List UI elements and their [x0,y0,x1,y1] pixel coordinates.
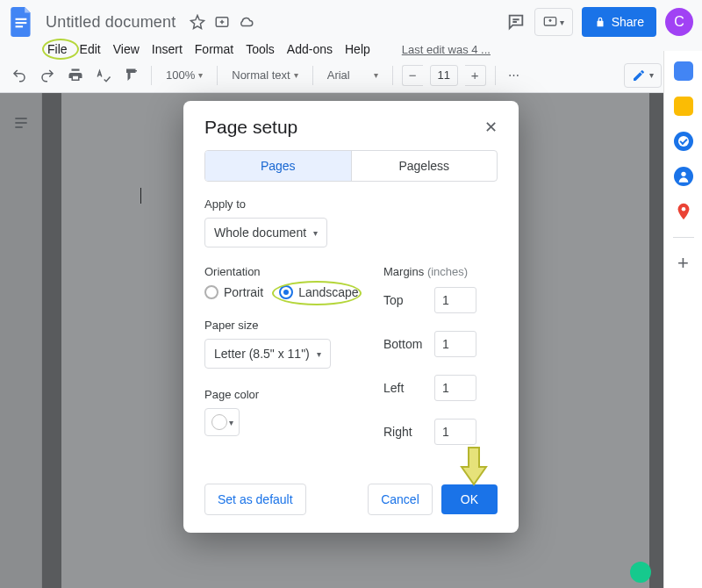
document-title[interactable]: Untitled document [42,13,176,32]
editing-mode-dropdown[interactable]: ▾ [624,63,662,88]
title-bar: Untitled document ▾ Share C [0,0,702,39]
contacts-addon-icon[interactable] [674,167,693,186]
paint-format-icon[interactable] [121,65,142,86]
ok-button[interactable]: OK [441,484,498,514]
last-edit-link[interactable]: Last edit was 4 ... [402,43,491,56]
tasks-addon-icon[interactable] [674,132,693,151]
close-icon[interactable]: ✕ [484,118,498,137]
separator [151,66,152,85]
svg-rect-1 [16,22,27,24]
style-value: Normal text [232,68,290,82]
paper-size-label: Paper size [204,319,366,332]
zoom-dropdown[interactable]: 100%▾ [161,68,208,82]
margin-bottom-label: Bottom [383,337,434,351]
style-dropdown[interactable]: Normal text▾ [226,68,303,82]
dialog-tabs: Pages Pageless [204,150,498,182]
svg-rect-0 [16,18,27,20]
apply-to-dropdown[interactable]: Whole document▾ [204,218,327,247]
tab-pages[interactable]: Pages [205,151,351,181]
redo-icon[interactable] [37,65,58,86]
get-addons-icon[interactable]: + [674,254,693,273]
print-icon[interactable] [65,65,86,86]
cancel-button[interactable]: Cancel [368,484,433,515]
radio-portrait-label: Portrait [224,285,263,299]
paper-size-value: Letter (8.5" x 11") [214,347,310,361]
menu-format[interactable]: Format [195,42,233,56]
maps-addon-icon[interactable] [674,202,693,221]
margin-top-label: Top [383,293,434,307]
radio-portrait[interactable]: Portrait [204,285,263,299]
orientation-label: Orientation [204,265,366,278]
separator [312,66,313,85]
cloud-status-icon[interactable] [239,14,254,30]
menu-bar: File Edit View Insert Format Tools Add-o… [0,39,702,58]
page-color-label: Page color [204,388,366,401]
calendar-addon-icon[interactable] [674,61,693,81]
color-swatch-icon [211,414,227,430]
font-value: Arial [327,68,350,82]
margin-left-label: Left [383,381,434,395]
move-icon[interactable] [214,14,230,30]
sidepanel-separator [673,237,694,238]
undo-icon[interactable] [9,65,30,86]
account-avatar[interactable]: C [665,8,693,36]
menu-insert[interactable]: Insert [152,42,183,56]
svg-point-6 [681,207,685,212]
side-panel: + [663,51,702,588]
share-button[interactable]: Share [582,7,656,37]
menu-view[interactable]: View [113,42,140,56]
margin-bottom-input[interactable] [434,331,476,357]
present-dropdown-button[interactable]: ▾ [534,8,573,36]
paper-size-dropdown[interactable]: Letter (8.5" x 11")▾ [204,339,331,369]
star-icon[interactable] [190,14,205,30]
font-size-decrease-button[interactable]: − [402,65,423,86]
title-tools [190,14,254,30]
margin-top-input[interactable] [434,287,476,313]
margin-left-input[interactable] [434,375,476,401]
font-size-increase-button[interactable]: + [465,65,486,86]
margin-right-label: Right [383,425,434,439]
menu-edit[interactable]: Edit [80,42,101,56]
separator [217,66,218,85]
toolbar: 100%▾ Normal text▾ Arial▾ − 11 + ⋯ ▾ [0,58,702,93]
spellcheck-icon[interactable] [93,65,114,86]
more-icon[interactable]: ⋯ [505,65,526,86]
apply-to-label: Apply to [204,197,498,211]
grammarly-badge-icon[interactable] [630,562,651,583]
dialog-title: Page setup [204,117,297,138]
page-color-dropdown[interactable]: ▾ [204,408,240,436]
font-size-input[interactable]: 11 [430,65,458,86]
separator [392,66,393,85]
radio-landscape[interactable]: Landscape [279,285,359,299]
svg-point-5 [681,172,685,176]
separator [495,66,496,85]
keep-addon-icon[interactable] [674,97,693,116]
svg-rect-2 [16,25,24,27]
menu-addons[interactable]: Add-ons [287,42,333,56]
zoom-value: 100% [166,68,195,82]
set-as-default-button[interactable]: Set as default [204,484,306,515]
margins-label: Margins (inches) [383,265,498,278]
menu-tools[interactable]: Tools [246,42,275,56]
menu-file[interactable]: File [47,42,68,56]
page-setup-dialog: Page setup ✕ Pages Pageless Apply to Who… [183,101,519,533]
margin-right-input[interactable] [434,419,476,445]
docs-app-icon[interactable] [9,5,35,39]
share-label: Share [612,15,644,29]
font-dropdown[interactable]: Arial▾ [322,68,383,82]
comments-icon[interactable] [506,12,526,32]
apply-to-value: Whole document [214,226,306,240]
tab-pageless[interactable]: Pageless [351,151,498,181]
radio-landscape-label: Landscape [298,285,359,299]
menu-help[interactable]: Help [345,42,370,56]
